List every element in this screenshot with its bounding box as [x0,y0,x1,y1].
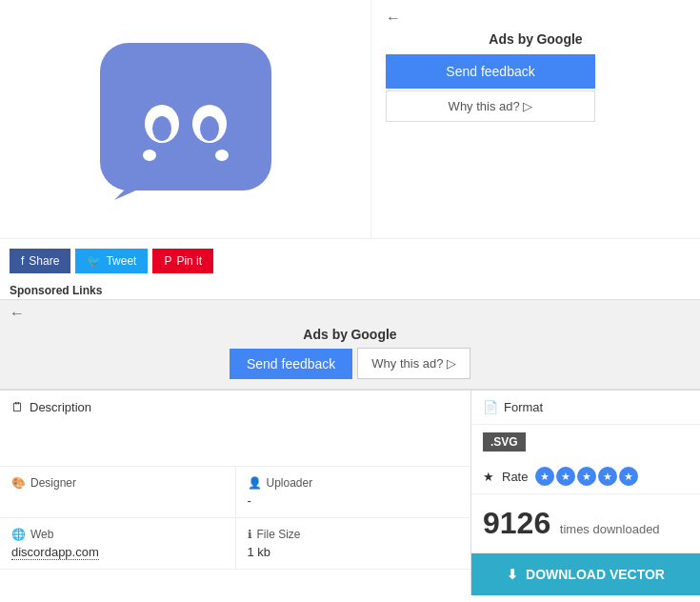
download-vector-button[interactable]: ⬇ DOWNLOAD VECTOR [471,553,700,595]
pin-button[interactable]: P Pin it [152,249,213,273]
svg-point-3 [152,116,171,141]
download-count: 9126 [483,506,550,540]
star-2[interactable]: ★ [556,467,575,486]
ads-by-google-top: Ads by Google [386,31,686,47]
image-panel [0,0,371,238]
web-cell: 🌐 Web discordapp.com [0,518,236,569]
uploader-cell: 👤 Uploader - [236,467,471,517]
svg-point-6 [143,150,156,161]
rate-row: ★ Rate ★ ★ ★ ★ ★ [471,459,700,494]
star-icon-label: ★ [483,470,494,484]
info-grid: 🗒 Description 🎨 Designer 👤 Uploader - [0,390,700,595]
svg-badge: .SVG [483,432,526,452]
star-5[interactable]: ★ [619,467,638,486]
web-value[interactable]: discordapp.com [11,545,224,559]
uploader-icon: 👤 [248,476,262,490]
send-feedback-button-mid[interactable]: Send feedback [230,349,352,379]
star-3[interactable]: ★ [577,467,596,486]
download-times-label: times downloaded [560,522,660,536]
discord-logo-image [90,33,281,205]
svg-rect-0 [100,43,271,191]
download-count-row: 9126 times downloaded [471,494,700,553]
social-buttons-row: f Share 🐦 Tweet P Pin it [0,239,700,278]
twitter-icon: 🐦 [87,254,101,268]
info-left: 🗒 Description 🎨 Designer 👤 Uploader - [0,391,471,595]
back-arrow-top[interactable]: ← [386,10,401,27]
filesize-label: ℹ File Size [248,528,460,541]
ad-panel: ← Ads by Google Send feedback Why this a… [371,0,700,238]
why-this-ad-mid[interactable]: Why this ad? ▷ [357,348,470,379]
web-link[interactable]: discordapp.com [11,545,99,560]
sponsored-section: Sponsored Links [0,278,700,299]
description-header: 🗒 Description [11,400,459,414]
svg-point-7 [215,150,229,161]
web-label: 🌐 Web [11,528,224,541]
back-arrow-mid[interactable]: ← [0,305,25,322]
why-this-ad-top[interactable]: Why this ad? ▷ [386,90,595,122]
facebook-icon: f [21,254,24,268]
designer-uploader-row: 🎨 Designer 👤 Uploader - [0,467,470,518]
filesize-value: 1 kb [248,545,460,559]
filesize-cell: ℹ File Size 1 kb [236,518,471,569]
info-right: 📄 Format .SVG ★ Rate ★ ★ ★ ★ ★ 9126 time… [471,391,700,595]
format-header: 📄 Format [471,391,700,425]
share-button[interactable]: f Share [10,249,70,273]
uploader-value: - [248,493,460,508]
designer-label: 🎨 Designer [11,476,224,490]
web-icon: 🌐 [11,528,26,541]
description-icon: 🗒 [11,400,24,414]
filesize-icon: ℹ [248,528,252,541]
tweet-button[interactable]: 🐦 Tweet [75,249,148,273]
web-filesize-row: 🌐 Web discordapp.com ℹ File Size 1 kb [0,518,470,570]
description-section: 🗒 Description [0,391,470,467]
uploader-label: 👤 Uploader [248,476,460,490]
pinterest-icon: P [164,254,171,268]
format-icon: 📄 [483,400,498,414]
middle-ad-bar: ← Ads by Google Send feedback Why this a… [0,299,700,390]
sponsored-label: Sponsored Links [10,284,102,297]
download-icon: ⬇ [507,567,518,582]
send-feedback-button-top[interactable]: Send feedback [386,54,595,89]
designer-icon: 🎨 [11,476,26,490]
star-4[interactable]: ★ [598,467,617,486]
designer-cell: 🎨 Designer [0,467,236,517]
svg-point-5 [200,116,219,141]
svg-badge-row: .SVG [471,425,700,459]
stars-container[interactable]: ★ ★ ★ ★ ★ [535,467,638,486]
ads-by-google-mid: Ads by Google [303,327,396,342]
star-1[interactable]: ★ [535,467,554,486]
mid-ad-buttons: Send feedback Why this ad? ▷ [230,348,470,379]
